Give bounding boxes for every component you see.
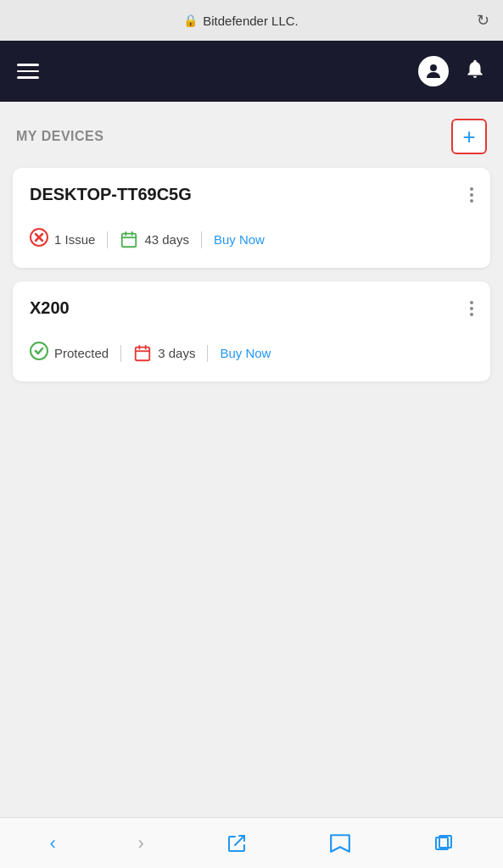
divider-1 bbox=[107, 231, 108, 248]
issue-label-1: 1 Issue bbox=[54, 232, 95, 247]
days-label-2: 3 days bbox=[158, 346, 195, 360]
bookmarks-button[interactable] bbox=[329, 832, 351, 854]
url-text: Bitdefender LLC. bbox=[203, 14, 299, 28]
calendar-icon-1 bbox=[120, 231, 138, 249]
calendar-icon-2 bbox=[133, 344, 152, 363]
device-status-row-1: 1 Issue 43 days Buy Now bbox=[30, 228, 473, 251]
app-header bbox=[0, 41, 503, 102]
device-card-header-1: DESKTOP-TT69C5G bbox=[30, 185, 473, 204]
back-button[interactable]: ‹ bbox=[49, 832, 55, 854]
divider-1b bbox=[201, 231, 202, 248]
device-status-row-2: Protected 3 days Buy Now bbox=[30, 342, 473, 364]
divider-2 bbox=[120, 345, 121, 362]
add-device-button[interactable]: + bbox=[451, 119, 487, 154]
svg-line-13 bbox=[235, 836, 244, 845]
device-more-menu-1[interactable] bbox=[470, 187, 473, 203]
device-name-2: X200 bbox=[30, 298, 70, 318]
device-more-menu-2[interactable] bbox=[470, 301, 473, 316]
tabs-button[interactable] bbox=[433, 833, 454, 854]
share-button[interactable] bbox=[226, 833, 247, 854]
svg-rect-9 bbox=[136, 347, 150, 360]
issue-status-1: 1 Issue bbox=[30, 228, 95, 251]
header-icons bbox=[418, 56, 486, 86]
profile-icon[interactable] bbox=[418, 56, 449, 86]
reload-icon[interactable]: ↻ bbox=[477, 11, 489, 30]
page-content: MY DEVICES + DESKTOP-TT69C5G 1 bbox=[0, 102, 503, 817]
browser-bottom-bar: ‹ › bbox=[0, 817, 503, 868]
svg-point-0 bbox=[430, 64, 437, 71]
svg-rect-4 bbox=[122, 233, 137, 247]
device-name-1: DESKTOP-TT69C5G bbox=[30, 185, 192, 204]
device-card-desktop: DESKTOP-TT69C5G 1 Issue bbox=[13, 168, 490, 268]
buy-now-button-2[interactable]: Buy Now bbox=[220, 346, 271, 360]
browser-top-bar: 🔒 Bitdefender LLC. ↻ bbox=[0, 0, 503, 41]
buy-now-button-1[interactable]: Buy Now bbox=[214, 232, 265, 247]
protected-status-2: Protected bbox=[30, 342, 109, 364]
device-card-x200: X200 Protected bbox=[13, 281, 490, 381]
days-label-1: 43 days bbox=[144, 232, 189, 247]
notification-bell-icon[interactable] bbox=[464, 58, 486, 85]
forward-button[interactable]: › bbox=[138, 832, 144, 854]
lock-icon: 🔒 bbox=[183, 14, 198, 27]
days-status-1: 43 days bbox=[120, 231, 189, 249]
protected-label-2: Protected bbox=[54, 346, 109, 360]
protected-icon-2 bbox=[30, 342, 48, 364]
section-header: MY DEVICES + bbox=[13, 119, 490, 154]
issue-icon-1 bbox=[30, 228, 48, 251]
hamburger-menu[interactable] bbox=[17, 64, 39, 79]
browser-url-bar: 🔒 Bitdefender LLC. bbox=[14, 14, 468, 28]
divider-2b bbox=[207, 345, 208, 362]
device-card-header-2: X200 bbox=[30, 298, 473, 318]
section-title: MY DEVICES bbox=[16, 129, 103, 144]
days-status-2: 3 days bbox=[133, 344, 195, 363]
